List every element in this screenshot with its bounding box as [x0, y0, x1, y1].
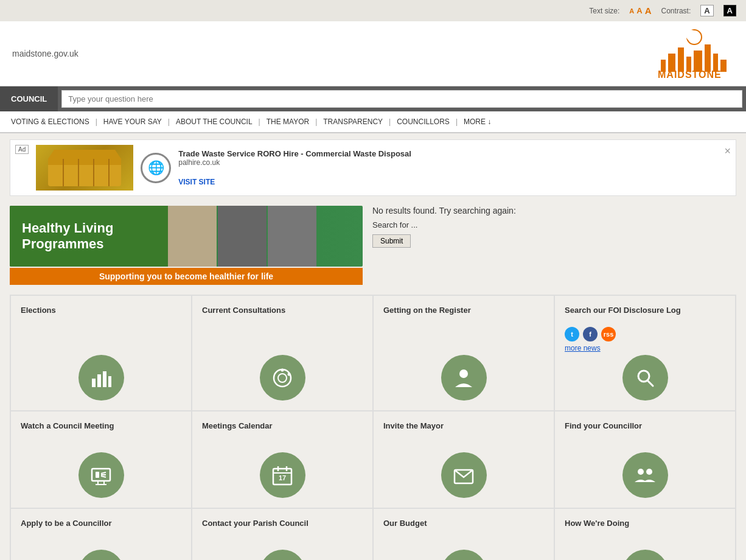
text-size-medium-button[interactable]: A: [636, 6, 642, 15]
svg-point-9: [686, 30, 697, 41]
grid-title-budget: Our Budget: [383, 519, 427, 528]
grid-title-register: Getting on the Register: [383, 306, 471, 315]
consultations-icon-circle: [260, 355, 305, 401]
svg-rect-13: [48, 159, 121, 165]
svg-point-23: [274, 369, 291, 387]
svg-rect-22: [108, 376, 111, 387]
nav-item-mayor[interactable]: THE MAYOR: [262, 111, 314, 132]
grid-title-apply-councillor: Apply to be a Councillor: [21, 519, 112, 528]
nav-item-councillors[interactable]: COUNCILLORS: [392, 111, 455, 132]
grid-title-foi: Search our FOI Disclosure Log: [565, 306, 681, 315]
ad-visit-button[interactable]: VISIT SITE: [178, 178, 215, 186]
grid-item-how-doing[interactable]: How We're Doing: [554, 508, 736, 560]
how-doing-icon-circle: [622, 550, 668, 560]
svg-point-44: [638, 469, 644, 475]
search-for-label: Search for ...: [372, 220, 736, 229]
facebook-icon[interactable]: f: [583, 327, 598, 341]
svg-marker-14: [48, 150, 121, 159]
healthy-living-banner[interactable]: Healthy Living Programmes: [10, 206, 363, 267]
grid-item-find-councillor[interactable]: Find your Councillor: [554, 411, 736, 508]
svg-point-26: [288, 373, 291, 376]
grid-item-watch-meeting[interactable]: Watch a Council Meeting: [10, 411, 192, 508]
text-size-label: Text size:: [589, 7, 619, 15]
svg-point-25: [281, 368, 284, 371]
text-size-small-button[interactable]: A: [629, 7, 634, 15]
parish-council-icon-circle: [260, 550, 305, 560]
grid-title-invite-mayor: Invite the Mayor: [383, 421, 444, 430]
grid-item-elections[interactable]: Elections: [10, 295, 192, 411]
submit-button[interactable]: Submit: [372, 234, 411, 248]
rss-icon[interactable]: rss: [601, 327, 616, 341]
grid-title-find-councillor: Find your Councillor: [565, 421, 642, 430]
svg-text:17: 17: [279, 474, 286, 481]
grid-title-how-doing: How We're Doing: [565, 519, 629, 528]
grid-title-consultations: Current Consultations: [202, 306, 285, 315]
contrast-dark-button[interactable]: A: [723, 5, 736, 16]
svg-point-24: [278, 374, 287, 382]
grid-title-meetings-calendar: Meetings Calendar: [202, 421, 273, 430]
find-councillor-icon-circle: [622, 452, 668, 498]
nav-item-voting[interactable]: VOTING & ELECTIONS: [6, 111, 94, 132]
banner-image-1: [168, 206, 217, 267]
no-results-text: No results found. Try searching again:: [372, 206, 736, 215]
grid-item-invite-mayor[interactable]: Invite the Mayor: [373, 411, 554, 508]
elections-icon-circle: [78, 355, 124, 401]
svg-rect-21: [103, 371, 106, 387]
svg-rect-20: [97, 374, 101, 387]
grid-item-consultations[interactable]: Current Consultations: [192, 295, 373, 411]
ad-badge: Ad: [15, 145, 29, 154]
nav-item-transparency[interactable]: TRANSPARENCY: [318, 111, 388, 132]
banner-subtitle: Supporting you to become healthier for l…: [10, 268, 363, 285]
invite-mayor-icon-circle: [441, 452, 487, 498]
twitter-icon[interactable]: t: [565, 327, 579, 341]
apply-councillor-icon-circle: [78, 550, 124, 560]
maidstone-logo: MAIDSTONE Borough Council: [655, 26, 734, 81]
svg-text:MAIDSTONE: MAIDSTONE: [658, 69, 722, 80]
svg-point-45: [646, 469, 652, 475]
ad-globe-icon: 🌐: [141, 153, 171, 183]
svg-rect-2: [678, 47, 684, 72]
nav-item-about[interactable]: ABOUT THE COUNCIL: [171, 111, 257, 132]
svg-rect-19: [92, 379, 96, 387]
banner-image-3: [268, 206, 316, 267]
site-url: maidstone.gov.uk: [12, 49, 78, 58]
meetings-calendar-icon-circle: 17: [260, 452, 305, 498]
grid-item-budget[interactable]: Our Budget: [373, 508, 554, 560]
more-news-link[interactable]: more news: [565, 344, 601, 352]
svg-text:Borough Council: Borough Council: [667, 80, 717, 81]
grid-title-elections: Elections: [21, 306, 56, 315]
contrast-light-button[interactable]: A: [700, 5, 713, 16]
budget-icon-circle: [441, 550, 487, 560]
ad-company-name: Trade Waste Service RORO Hire - Commerci…: [178, 149, 717, 158]
ad-image: [36, 145, 133, 191]
text-size-large-button[interactable]: A: [645, 5, 652, 16]
banner-image-2: [218, 206, 267, 267]
svg-rect-34: [96, 472, 99, 478]
nav-menu: VOTING & ELECTIONS | HAVE YOUR SAY | ABO…: [0, 111, 746, 133]
ad-url-text: palhire.co.uk: [178, 158, 717, 167]
banner-title: Healthy Living Programmes: [22, 220, 156, 253]
grid-item-apply-councillor[interactable]: Apply to be a Councillor: [10, 508, 192, 560]
grid-title-parish-council: Contact your Parish Council: [202, 519, 309, 528]
contrast-label: Contrast:: [661, 7, 691, 15]
ad-close-button[interactable]: ×: [724, 145, 731, 158]
nav-item-have-your-say[interactable]: HAVE YOUR SAY: [99, 111, 167, 132]
register-icon-circle: [441, 355, 487, 401]
svg-rect-4: [694, 51, 702, 72]
search-input[interactable]: [61, 90, 742, 108]
grid-title-watch-meeting: Watch a Council Meeting: [21, 421, 114, 430]
grid-item-foi[interactable]: Search our FOI Disclosure Log t f rss mo…: [554, 295, 736, 411]
svg-line-37: [101, 476, 106, 477]
service-grid: Elections Current Consultations G: [10, 295, 736, 560]
grid-item-register[interactable]: Getting on the Register: [373, 295, 554, 411]
grid-item-parish-council[interactable]: Contact your Parish Council: [192, 508, 373, 560]
watch-meeting-icon-circle: [78, 452, 124, 498]
nav-item-more[interactable]: MORE ↓: [459, 111, 496, 132]
svg-line-35: [101, 472, 106, 474]
svg-point-27: [459, 369, 468, 378]
council-label: COUNCIL: [0, 86, 58, 111]
svg-rect-5: [705, 44, 711, 72]
foi-icon-circle: [622, 355, 668, 401]
grid-item-meetings-calendar[interactable]: Meetings Calendar 17: [192, 411, 373, 508]
svg-line-29: [647, 380, 653, 386]
